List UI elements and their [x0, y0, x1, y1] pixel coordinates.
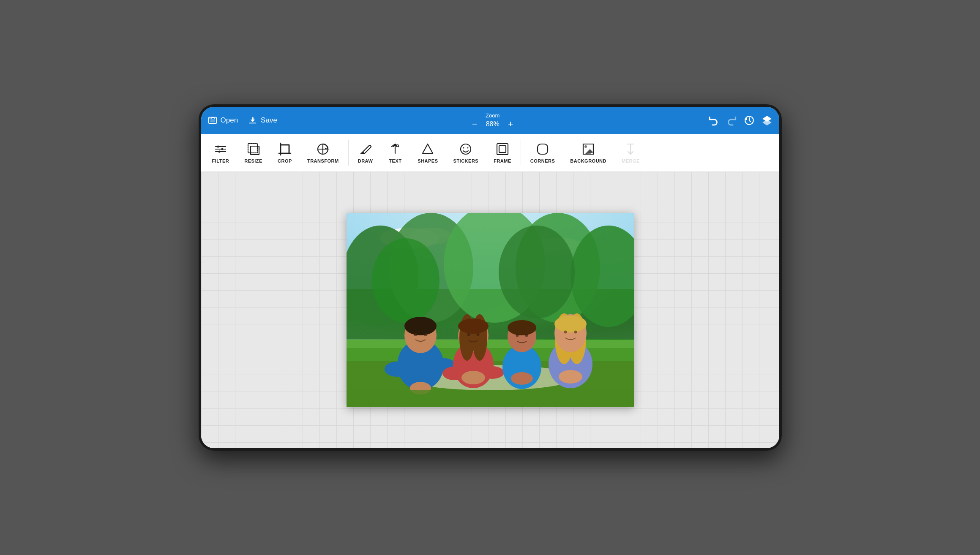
top-bar-left: Open Save — [208, 116, 277, 125]
svg-point-67 — [467, 333, 470, 336]
svg-rect-12 — [248, 144, 257, 153]
zoom-label: Zoom — [486, 112, 500, 119]
svg-point-53 — [385, 362, 410, 377]
svg-rect-1 — [210, 119, 215, 122]
shapes-icon — [421, 142, 434, 156]
svg-point-75 — [511, 372, 533, 385]
svg-point-80 — [554, 316, 587, 332]
photo-svg — [347, 213, 634, 407]
svg-marker-26 — [423, 144, 433, 153]
save-icon — [248, 116, 257, 125]
frame-label: FRAME — [494, 158, 511, 163]
zoom-in-button[interactable]: + — [508, 120, 513, 129]
resize-tool[interactable]: RESIZE — [237, 139, 270, 167]
stickers-icon — [459, 142, 472, 156]
svg-point-68 — [476, 333, 479, 336]
device-frame: Open Save Zoom − 88% + — [199, 104, 782, 451]
toolbar: FILTER RESIZE — [201, 134, 779, 172]
background-label: BACKGROUND — [570, 158, 606, 163]
text-tool[interactable]: TEXT — [380, 139, 410, 167]
zoom-out-button[interactable]: − — [472, 120, 478, 129]
history-icon — [744, 115, 755, 126]
crop-label: CROP — [278, 158, 292, 163]
shapes-tool[interactable]: SHAPES — [410, 139, 445, 167]
shapes-label: SHAPES — [418, 158, 438, 163]
svg-point-66 — [458, 318, 489, 334]
stickers-label: STICKERS — [453, 158, 479, 163]
svg-point-82 — [574, 331, 577, 334]
frame-icon — [496, 142, 509, 156]
photo-container — [347, 213, 634, 407]
background-tool[interactable]: BACKGROUND — [562, 139, 614, 167]
svg-point-47 — [499, 226, 575, 318]
filter-tool[interactable]: FILTER — [205, 139, 237, 167]
crop-tool[interactable]: CROP — [270, 139, 300, 167]
merge-label: MERGE — [622, 158, 640, 163]
divider-1 — [348, 140, 349, 166]
corners-label: CORNERS — [530, 158, 555, 163]
filter-label: FILTER — [212, 158, 229, 163]
svg-point-57 — [414, 333, 417, 336]
save-button[interactable]: Save — [248, 116, 277, 125]
undo-button[interactable] — [708, 115, 719, 126]
text-icon — [388, 142, 402, 156]
svg-point-74 — [525, 334, 528, 337]
transform-tool[interactable]: TRANSFORM — [300, 139, 347, 167]
app-window: Open Save Zoom − 88% + — [201, 107, 779, 448]
history-button[interactable] — [744, 115, 755, 126]
svg-point-33 — [584, 145, 587, 148]
transform-label: TRANSFORM — [307, 158, 339, 163]
layers-icon — [762, 115, 773, 126]
svg-point-46 — [372, 238, 439, 323]
svg-point-56 — [404, 317, 437, 335]
zoom-value: 88% — [486, 120, 500, 128]
svg-point-10 — [221, 148, 223, 150]
svg-point-11 — [218, 150, 220, 152]
svg-rect-84 — [347, 390, 634, 407]
filter-icon — [214, 142, 227, 156]
zoom-controls: − 88% + — [472, 120, 513, 129]
text-label: TEXT — [389, 158, 401, 163]
merge-tool[interactable]: MERGE — [614, 139, 647, 167]
draw-tool[interactable]: DRAW — [350, 139, 381, 167]
redo-button[interactable] — [726, 115, 737, 126]
background-icon — [581, 142, 595, 156]
frame-tool[interactable]: FRAME — [486, 139, 519, 167]
svg-rect-31 — [499, 146, 506, 152]
svg-rect-2 — [249, 123, 257, 124]
svg-rect-32 — [538, 144, 548, 154]
svg-point-69 — [461, 371, 485, 384]
divider-2 — [521, 140, 521, 166]
svg-point-28 — [463, 147, 464, 148]
transform-icon — [316, 142, 330, 156]
tool-group-create: DRAW TEXT SHAPES — [350, 139, 519, 167]
svg-point-72 — [508, 320, 536, 335]
stickers-tool[interactable]: STICKERS — [446, 139, 486, 167]
undo-icon — [708, 115, 719, 126]
redo-icon — [726, 115, 737, 126]
svg-point-27 — [461, 144, 471, 154]
svg-point-29 — [467, 147, 469, 148]
svg-point-9 — [217, 145, 219, 147]
svg-point-58 — [424, 333, 427, 336]
canvas-area[interactable] — [201, 172, 779, 448]
crop-icon — [278, 142, 292, 156]
tool-group-edit: FILTER RESIZE — [205, 139, 347, 167]
corners-icon — [536, 142, 549, 156]
svg-marker-5 — [762, 120, 772, 125]
corners-tool[interactable]: CORNERS — [523, 139, 563, 167]
open-icon — [208, 116, 217, 125]
resize-icon — [247, 142, 260, 156]
draw-icon — [359, 142, 372, 156]
layers-button[interactable] — [762, 115, 773, 126]
zoom-control: Zoom − 88% + — [277, 112, 708, 129]
top-bar: Open Save Zoom − 88% + — [201, 107, 779, 134]
svg-point-25 — [397, 145, 399, 146]
draw-label: DRAW — [358, 158, 373, 163]
merge-icon — [624, 142, 637, 156]
open-button[interactable]: Open — [208, 116, 238, 125]
svg-point-83 — [559, 370, 582, 384]
svg-rect-14 — [281, 145, 289, 153]
photo-image — [347, 213, 634, 407]
svg-point-81 — [564, 331, 567, 334]
